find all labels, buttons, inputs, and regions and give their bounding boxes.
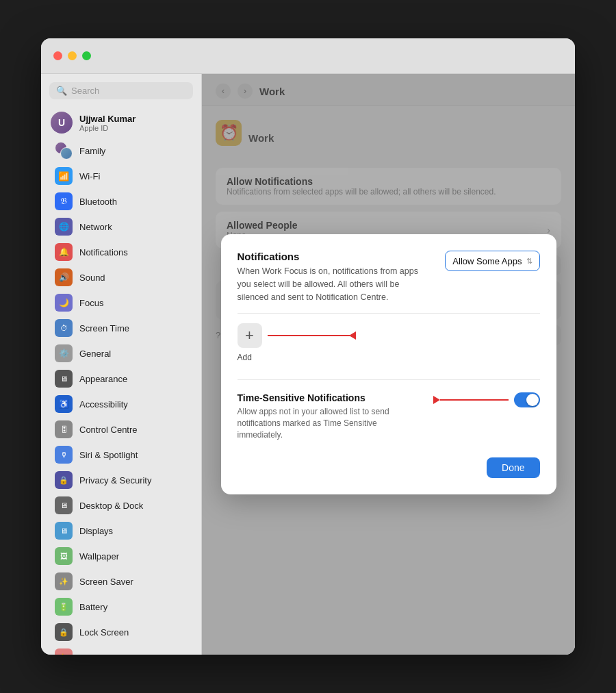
sidebar-item-wallpaper-label: Wallpaper — [79, 551, 119, 562]
notifications-modal: Notifications When Work Focus is on, not… — [221, 234, 556, 494]
bluetooth-icon: 𝔅 — [55, 192, 73, 210]
user-sub: Apple ID — [79, 124, 136, 132]
modal-overlay: Notifications When Work Focus is on, not… — [202, 74, 575, 655]
modal-title: Notifications — [238, 251, 429, 262]
lockscreen-icon: 🔒 — [55, 623, 73, 641]
sidebar-item-battery-label: Battery — [79, 602, 107, 612]
sidebar-item-network[interactable]: 🌐 Network — [45, 214, 197, 239]
sidebar-item-displays-label: Displays — [79, 526, 113, 536]
sidebar-item-desktop-label: Desktop & Dock — [79, 501, 143, 511]
sidebar-item-desktop[interactable]: 🖥 Desktop & Dock — [45, 493, 197, 518]
content-area: ‹ › Work ⏰ Work Allow Notifications Noti… — [202, 74, 575, 655]
sidebar-item-focus[interactable]: 🌙 Focus — [45, 290, 197, 315]
wifi-icon: 📶 — [55, 167, 73, 185]
sidebar-item-battery[interactable]: 🔋 Battery — [45, 594, 197, 619]
sound-icon: 🔊 — [55, 268, 73, 286]
control-icon: 🎛 — [55, 420, 73, 438]
sidebar-item-touchid[interactable]: 👆 Touch ID & Password — [45, 645, 197, 655]
maximize-button[interactable] — [82, 51, 91, 60]
wallpaper-icon: 🖼 — [55, 547, 73, 565]
chevron-updown-icon: ⇅ — [526, 257, 532, 266]
screensaver-icon: ✨ — [55, 572, 73, 590]
search-input[interactable] — [71, 86, 186, 96]
sidebar-item-appearance-label: Appearance — [79, 374, 127, 384]
time-sensitive-toggle[interactable] — [514, 392, 540, 407]
add-label: Add — [238, 351, 540, 363]
sidebar-item-user[interactable]: U Ujjwal Kumar Apple ID — [41, 108, 201, 138]
search-box[interactable]: 🔍 — [49, 82, 193, 99]
desktop-icon: 🖥 — [55, 496, 73, 514]
arrow-line-toggle — [440, 399, 509, 401]
add-button[interactable]: + — [238, 323, 262, 348]
privacy-icon: 🔒 — [55, 471, 73, 489]
notifications-icon: 🔔 — [55, 243, 73, 261]
allow-apps-select[interactable]: Allow Some Apps ⇅ — [445, 251, 539, 271]
sidebar-item-appearance[interactable]: 🖥 Appearance — [45, 366, 197, 391]
sidebar-item-focus-label: Focus — [79, 298, 103, 308]
sidebar-item-privacy[interactable]: 🔒 Privacy & Security — [45, 468, 197, 492]
appearance-icon: 🖥 — [55, 370, 73, 388]
sidebar-item-screentime-label: Screen Time — [79, 323, 129, 333]
ts-title: Time-Sensitive Notifications — [238, 392, 420, 403]
modal-divider-1 — [238, 313, 540, 314]
time-sensitive-section: Time-Sensitive Notifications Allow apps … — [238, 390, 540, 443]
sidebar-item-sound[interactable]: 🔊 Sound — [45, 265, 197, 290]
sidebar-item-sound-label: Sound — [79, 273, 105, 283]
modal-desc: When Work Focus is on, notifications fro… — [238, 265, 429, 303]
sidebar: 🔍 U Ujjwal Kumar Apple ID Family — [41, 74, 202, 655]
modal-top-row: Notifications When Work Focus is on, not… — [238, 251, 540, 303]
modal-divider-2 — [238, 379, 540, 380]
sidebar-item-lockscreen-label: Lock Screen — [79, 627, 129, 638]
avatar: U — [51, 112, 73, 134]
network-icon: 🌐 — [55, 218, 73, 236]
sidebar-item-screensaver-label: Screen Saver — [79, 577, 133, 587]
plus-icon: + — [245, 327, 254, 344]
minimize-button[interactable] — [68, 51, 77, 60]
titlebar — [41, 38, 575, 74]
sidebar-item-family[interactable]: Family — [45, 138, 197, 163]
close-button[interactable] — [53, 51, 62, 60]
sidebar-item-siri-label: Siri & Spotlight — [79, 450, 138, 460]
sidebar-item-bluetooth[interactable]: 𝔅 Bluetooth — [45, 189, 197, 214]
siri-icon: 🎙 — [55, 446, 73, 464]
sidebar-item-touchid-label: Touch ID & Password — [79, 653, 164, 655]
sidebar-item-control[interactable]: 🎛 Control Centre — [45, 417, 197, 442]
sidebar-item-displays[interactable]: 🖥 Displays — [45, 518, 197, 543]
sidebar-item-wifi[interactable]: 📶 Wi-Fi — [45, 164, 197, 188]
sidebar-item-notifications[interactable]: 🔔 Notifications — [45, 240, 197, 264]
toggle-knob — [526, 394, 539, 406]
search-icon: 🔍 — [56, 86, 67, 96]
battery-icon: 🔋 — [55, 598, 73, 616]
sidebar-item-lockscreen[interactable]: 🔒 Lock Screen — [45, 620, 197, 644]
accessibility-icon: ♿ — [55, 395, 73, 413]
sidebar-item-wallpaper[interactable]: 🖼 Wallpaper — [45, 544, 197, 568]
sidebar-item-family-label: Family — [79, 146, 105, 156]
sidebar-item-network-label: Network — [79, 222, 112, 232]
ts-desc: Allow apps not in your allowed list to s… — [238, 406, 420, 440]
focus-icon: 🌙 — [55, 294, 73, 312]
add-section: + Add — [238, 323, 540, 370]
touchid-icon: 👆 — [55, 648, 73, 655]
sidebar-item-notifications-label: Notifications — [79, 247, 128, 257]
done-button[interactable]: Done — [487, 457, 539, 478]
sidebar-item-control-label: Control Centre — [79, 425, 138, 435]
sidebar-item-general-label: General — [79, 349, 111, 359]
user-name: Ujjwal Kumar — [79, 114, 136, 124]
sidebar-item-siri[interactable]: 🎙 Siri & Spotlight — [45, 442, 197, 467]
arrowhead-add — [349, 331, 356, 340]
modal-footer: Done — [238, 457, 540, 478]
displays-icon: 🖥 — [55, 522, 73, 540]
modal-text-block: Notifications When Work Focus is on, not… — [238, 251, 429, 303]
sidebar-item-general[interactable]: ⚙️ General — [45, 341, 197, 366]
sidebar-item-privacy-label: Privacy & Security — [79, 475, 151, 486]
sidebar-item-screentime[interactable]: ⏱ Screen Time — [45, 316, 197, 340]
sidebar-item-wifi-label: Wi-Fi — [79, 171, 100, 181]
sidebar-item-accessibility[interactable]: ♿ Accessibility — [45, 392, 197, 416]
screentime-icon: ⏱ — [55, 319, 73, 337]
toggle-area — [433, 392, 540, 407]
sidebar-item-accessibility-label: Accessibility — [79, 399, 128, 410]
general-icon: ⚙️ — [55, 344, 73, 362]
sidebar-item-screensaver[interactable]: ✨ Screen Saver — [45, 569, 197, 594]
family-icon — [55, 142, 73, 160]
arrow-line-add — [268, 335, 350, 336]
